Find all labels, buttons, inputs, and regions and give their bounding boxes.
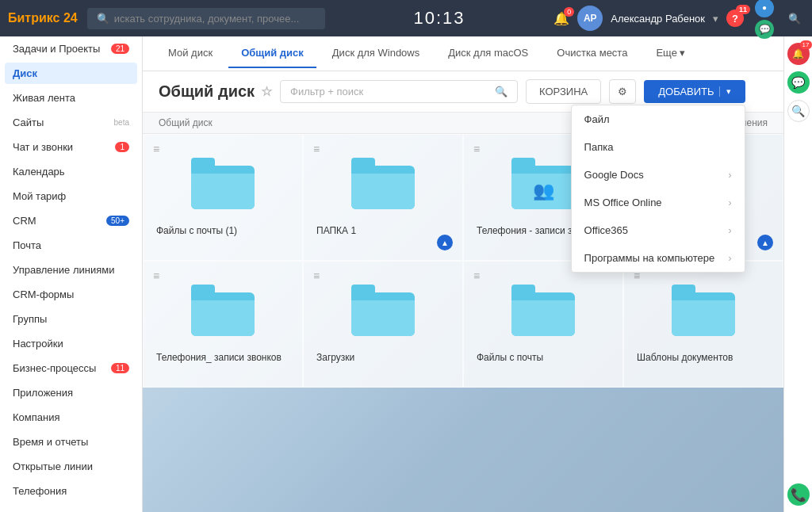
sidebar-item-crmforms[interactable]: CRM-формы bbox=[0, 282, 142, 307]
filter-input[interactable] bbox=[290, 86, 490, 97]
tab-macos[interactable]: Диск для macOS bbox=[435, 39, 541, 68]
sidebar-item-crmmarketing[interactable]: CRM-маркетинг beta bbox=[0, 503, 142, 512]
sidebar-item-time[interactable]: Время и отчеты bbox=[0, 430, 142, 454]
file-item-4[interactable]: ≡ Телефония_ записи звонков bbox=[143, 261, 303, 388]
file-menu-icon-2[interactable]: ≡ bbox=[473, 143, 480, 155]
search-topbar-icon[interactable]: 🔍 bbox=[785, 9, 804, 28]
avatar[interactable]: АР bbox=[577, 6, 603, 31]
sidebar-item-tasks[interactable]: Задачи и Проекты 21 bbox=[0, 36, 142, 61]
dropdown-item-gdocs[interactable]: Google Docs › bbox=[572, 161, 745, 189]
sidebar-item-apps[interactable]: Приложения bbox=[0, 380, 142, 405]
username[interactable]: Александр Рабенок bbox=[611, 13, 705, 25]
tab-my-disk[interactable]: Мой диск bbox=[155, 39, 225, 68]
add-button[interactable]: ДОБАВИТЬ ▾ bbox=[644, 80, 745, 103]
help-badge: 11 bbox=[736, 5, 750, 14]
sidebar-item-sites[interactable]: Сайты beta bbox=[0, 110, 142, 135]
topbar-time: 10:13 bbox=[413, 8, 465, 29]
panel-badge: 17 bbox=[800, 40, 812, 49]
file-item-1[interactable]: ≡ ПАПКА 1 ▲ bbox=[303, 134, 463, 261]
office365-arrow-icon: › bbox=[729, 225, 732, 236]
sidebar-item-feed[interactable]: Живая лента bbox=[0, 86, 142, 110]
sidebar-item-tariff[interactable]: Мой тариф bbox=[0, 184, 142, 208]
notification-icon[interactable]: 🔔 0 bbox=[553, 11, 569, 26]
dropdown-item-msoffice[interactable]: MS Office Online › bbox=[572, 189, 745, 216]
topbar-icons: 🔔 0 АР Александр Рабенок ▾ ? 11 ● 💬 🔍 bbox=[553, 0, 804, 39]
file-thumb-6 bbox=[477, 274, 610, 346]
disk-header: Общий диск ☆ 🔍 КОРЗИНА ⚙ ДОБАВИТЬ ▾ Файл bbox=[143, 71, 783, 113]
file-name-5: Загрузки bbox=[316, 352, 354, 363]
chat-panel-icon[interactable]: 💬 bbox=[787, 71, 810, 94]
file-name-1: ПАПКА 1 bbox=[316, 225, 356, 236]
file-badge-1: ▲ bbox=[437, 235, 453, 250]
file-menu-icon-5[interactable]: ≡ bbox=[313, 269, 320, 282]
file-menu-icon-1[interactable]: ≡ bbox=[313, 143, 320, 155]
gdocs-arrow-icon: › bbox=[729, 170, 732, 181]
sidebar-item-telephony[interactable]: Телефония bbox=[0, 479, 142, 503]
file-name-4: Телефония_ записи звонков bbox=[156, 352, 282, 363]
basket-button[interactable]: КОРЗИНА bbox=[526, 79, 601, 104]
more-arrow-icon: ▾ bbox=[680, 47, 685, 59]
sidebar-item-company[interactable]: Компания bbox=[0, 405, 142, 430]
file-item-5[interactable]: ≡ Загрузки bbox=[303, 261, 463, 388]
msoffice-arrow-icon: › bbox=[729, 197, 732, 208]
file-menu-icon-6[interactable]: ≡ bbox=[473, 269, 480, 282]
file-thumb-1 bbox=[316, 147, 450, 219]
notification-badge: 0 bbox=[564, 7, 574, 17]
tab-cleanup[interactable]: Очистка места bbox=[544, 39, 640, 68]
search-input[interactable] bbox=[114, 13, 316, 25]
tab-windows[interactable]: Диск для Windows bbox=[320, 39, 432, 68]
phone-icon[interactable]: 📞 bbox=[787, 483, 810, 506]
file-badge-3: ▲ bbox=[757, 235, 773, 250]
programs-arrow-icon: › bbox=[729, 253, 732, 264]
network-icon[interactable]: ● bbox=[755, 0, 774, 17]
tab-shared-disk[interactable]: Общий диск bbox=[228, 39, 316, 68]
sidebar-item-lines[interactable]: Управление линиями bbox=[0, 258, 142, 282]
dropdown-item-office365[interactable]: Office365 › bbox=[572, 216, 745, 244]
main-layout: Задачи и Проекты 21 Диск Живая лента Сай… bbox=[0, 36, 812, 512]
sidebar-item-mail[interactable]: Почта bbox=[0, 233, 142, 258]
file-name-0: Файлы с почты (1) bbox=[156, 225, 237, 236]
file-item-6[interactable]: ≡ Файлы с почты bbox=[463, 261, 623, 388]
file-thumb-0 bbox=[156, 147, 289, 219]
file-thumb-7 bbox=[637, 274, 770, 346]
dropdown-item-folder[interactable]: Папка bbox=[572, 133, 745, 161]
dropdown-item-file[interactable]: Файл bbox=[572, 105, 745, 133]
tasks-badge: 21 bbox=[111, 44, 129, 54]
dropdown-item-programs[interactable]: Программы на компьютере › bbox=[572, 244, 745, 272]
tab-more[interactable]: Еще ▾ bbox=[643, 39, 698, 68]
help-icon[interactable]: ? 11 bbox=[726, 10, 744, 27]
sidebar: Задачи и Проекты 21 Диск Живая лента Сай… bbox=[0, 36, 143, 512]
sidebar-item-chat[interactable]: Чат и звонки 1 bbox=[0, 135, 142, 159]
sidebar-item-groups[interactable]: Группы bbox=[0, 307, 142, 331]
settings-button[interactable]: ⚙ bbox=[609, 79, 636, 104]
file-menu-icon-0[interactable]: ≡ bbox=[153, 143, 159, 155]
filter-search[interactable]: 🔍 bbox=[280, 80, 518, 103]
tabs-bar: Мой диск Общий диск Диск для Windows Дис… bbox=[143, 36, 783, 71]
filter-search-icon: 🔍 bbox=[495, 86, 508, 97]
add-button-wrapper: ДОБАВИТЬ ▾ Файл Папка Google Docs › bbox=[644, 80, 745, 103]
notifications-panel-icon[interactable]: 🔔 17 bbox=[787, 43, 810, 65]
add-dropdown-menu: Файл Папка Google Docs › MS Office Onlin… bbox=[571, 105, 745, 273]
sidebar-icons: ● 💬 bbox=[755, 0, 774, 39]
content: Мой диск Общий диск Диск для Windows Дис… bbox=[143, 36, 783, 512]
add-dropdown-arrow: ▾ bbox=[719, 86, 731, 97]
file-item-7[interactable]: ≡ Шаблоны документов bbox=[623, 261, 783, 388]
app-logo[interactable]: Битрикс 24 bbox=[8, 11, 78, 25]
search-panel-icon[interactable]: 🔍 bbox=[787, 100, 810, 122]
search-icon: 🔍 bbox=[97, 13, 109, 25]
right-panel: 🔔 17 💬 🔍 📞 bbox=[783, 36, 812, 512]
breadcrumb[interactable]: Общий диск bbox=[159, 117, 213, 128]
sidebar-item-bizproc[interactable]: Бизнес-процессы 11 bbox=[0, 356, 142, 380]
sidebar-item-openlines[interactable]: Открытые линии bbox=[0, 454, 142, 479]
file-menu-icon-4[interactable]: ≡ bbox=[153, 269, 159, 282]
file-thumb-4 bbox=[156, 274, 289, 346]
chat-icon[interactable]: 💬 bbox=[755, 20, 774, 39]
user-dropdown-arrow[interactable]: ▾ bbox=[713, 13, 718, 25]
sidebar-item-settings[interactable]: Настройки bbox=[0, 331, 142, 356]
sidebar-item-crm[interactable]: CRM 50+ bbox=[0, 208, 142, 233]
sidebar-item-calendar[interactable]: Календарь bbox=[0, 159, 142, 184]
search-bar[interactable]: 🔍 bbox=[87, 8, 325, 29]
file-item-0[interactable]: ≡ Файлы с почты (1) bbox=[143, 134, 303, 261]
favorite-icon[interactable]: ☆ bbox=[261, 84, 272, 99]
sidebar-item-disk[interactable]: Диск bbox=[5, 63, 137, 84]
